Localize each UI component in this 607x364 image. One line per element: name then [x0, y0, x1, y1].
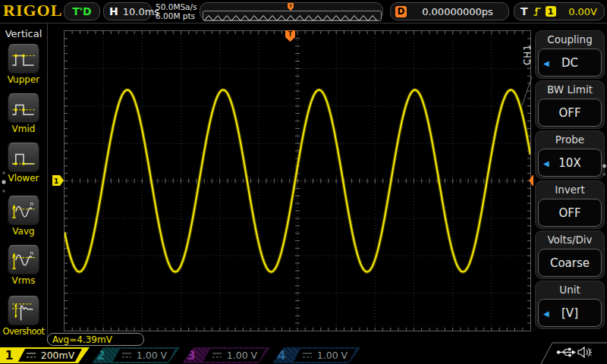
bw-limit-value-text: OFF: [558, 106, 580, 120]
vrms-icon: n: [11, 249, 36, 271]
channel1-indicator[interactable]: 1 200mV: [0, 347, 90, 363]
menu-item-invert[interactable]: Invert OFF: [535, 180, 605, 229]
channel4-indicator[interactable]: 4 1.00 V: [272, 347, 360, 363]
probe-value[interactable]: ◀ 10X: [538, 149, 602, 177]
vavg-icon: n: [11, 199, 36, 222]
dc-coupling-icon: [212, 352, 222, 359]
invert-value[interactable]: OFF: [538, 199, 602, 227]
sidebar-divider: [47, 24, 48, 342]
vupper-button[interactable]: [8, 44, 39, 74]
channel4-scale: 1.00 V: [317, 350, 348, 361]
menu-item-bw-limit[interactable]: BW Limit OFF: [535, 80, 605, 129]
unit-value-text: [V]: [561, 306, 578, 320]
measure-item-vlower[interactable]: Vlower: [0, 143, 47, 184]
svg-text:T: T: [288, 31, 293, 38]
trigger-label: T: [521, 5, 528, 17]
preview-trigger-marker-icon[interactable]: T: [287, 3, 294, 11]
trigger-level-value: 0.00V: [568, 6, 597, 17]
invert-label: Invert: [536, 181, 604, 198]
volts-div-label: Volts/Div: [536, 231, 604, 248]
measure-item-vrms[interactable]: n Vrms: [0, 245, 47, 286]
channel2-scale: 1.00 V: [137, 350, 167, 361]
ch1-position-marker-icon[interactable]: 1: [52, 175, 64, 186]
probe-value-text: 10X: [558, 156, 580, 170]
menu-item-unit[interactable]: Unit ◀ [V]: [535, 281, 605, 329]
overshoot-label: Overshoot: [0, 326, 47, 337]
coupling-value[interactable]: ◀ DC: [538, 49, 602, 77]
vmid-label: Vmid: [0, 124, 47, 134]
volts-div-value-text: Coarse: [550, 256, 590, 270]
delay-readout-box: D 0.00000000ps: [390, 2, 509, 20]
sample-rate: 50.0MSa/s: [156, 2, 197, 11]
overshoot-button[interactable]: [8, 296, 39, 325]
menu-item-probe[interactable]: Probe ◀ 10X: [535, 130, 605, 179]
memory-depth: 6.00M pts: [156, 11, 197, 20]
bw-limit-label: BW Limit: [536, 81, 604, 98]
delay-icon: D: [395, 6, 407, 17]
horizontal-label: H: [109, 5, 118, 17]
vlower-icon: [11, 146, 36, 169]
vrms-button[interactable]: n: [8, 245, 39, 275]
dc-coupling-icon: [302, 352, 313, 359]
measure-item-vupper[interactable]: Vupper: [0, 44, 47, 85]
channel3-scale-box: 1.00 V: [203, 349, 266, 362]
menu-item-coupling[interactable]: Coupling ◀ DC: [535, 30, 605, 79]
menu-page-dots: [602, 162, 607, 179]
beeper-icon: [577, 345, 592, 359]
channel4-scale-box: 1.00 V: [294, 349, 356, 362]
vlower-label: Vlower: [0, 173, 47, 184]
svg-text:T: T: [289, 4, 292, 8]
rigol-logo: RIGOL: [3, 1, 62, 20]
chevron-left-icon: ◀: [543, 58, 549, 67]
channel2-scale-box: 1.00 V: [113, 349, 175, 362]
trigger-status-badge: T'D: [64, 2, 100, 20]
avg-measurement-readout: Avg=4.39mV: [47, 333, 144, 346]
bw-limit-value[interactable]: OFF: [538, 99, 602, 127]
topbar-divider: [0, 23, 607, 24]
svg-text:n: n: [30, 249, 33, 256]
channel1-number: 1: [0, 347, 18, 363]
usb-icon: [556, 347, 576, 358]
acquisition-info: 50.0MSa/s 6.00M pts: [156, 2, 197, 20]
channel2-indicator[interactable]: 2 1.00 V: [92, 347, 180, 363]
delay-value: 0.00000000ps: [407, 6, 508, 17]
channel3-indicator[interactable]: 3 1.00 V: [182, 347, 270, 363]
rising-edge-icon: [533, 5, 542, 17]
coupling-value-text: DC: [561, 56, 578, 70]
oscilloscope-screen: RIGOL T'D H 10.0ms 50.0MSa/s 6.00M pts T…: [0, 0, 607, 364]
invert-value-text: OFF: [558, 206, 580, 220]
waveform-memory-preview[interactable]: T: [200, 2, 383, 20]
vmid-icon: [11, 97, 36, 120]
menu-item-volts-div[interactable]: Volts/Div Coarse: [535, 231, 605, 279]
avg-value: Avg=4.39mV: [52, 334, 112, 345]
channel1-scale: 200mV: [41, 350, 75, 361]
vrms-label: Vrms: [0, 275, 47, 286]
dc-coupling-icon: [121, 352, 132, 359]
menu-channel-title: CH1: [522, 44, 533, 65]
channel4-number: 4: [272, 347, 291, 363]
measure-item-vmid[interactable]: Vmid: [0, 93, 47, 134]
trigger-readout-box[interactable]: T 1 0.00V: [514, 2, 605, 20]
trigger-status-text: T'D: [72, 5, 91, 17]
measure-sidebar: Vertical Vupper Vmid: [0, 24, 47, 364]
unit-label: Unit: [536, 281, 604, 298]
measure-item-vavg[interactable]: n Vavg: [0, 196, 47, 237]
vavg-label: Vavg: [0, 226, 47, 237]
svg-text:n: n: [30, 200, 33, 207]
chevron-left-icon: ◀: [543, 309, 549, 317]
unit-value[interactable]: ◀ [V]: [538, 299, 602, 327]
coupling-label: Coupling: [536, 31, 604, 48]
overshoot-icon: [11, 300, 36, 322]
vavg-button[interactable]: n: [8, 196, 39, 225]
volts-div-value[interactable]: Coarse: [538, 249, 602, 277]
trigger-position-marker-icon[interactable]: T: [285, 30, 295, 42]
vmid-button[interactable]: [8, 93, 39, 123]
horizontal-timebase-box[interactable]: H 10.0ms: [103, 2, 152, 20]
vupper-label: Vupper: [0, 74, 47, 85]
measure-item-overshoot[interactable]: Overshoot: [0, 296, 47, 337]
memory-window: [203, 11, 382, 21]
channel2-number: 2: [92, 347, 110, 363]
waveform-display-area: [64, 30, 531, 331]
vlower-button[interactable]: [8, 143, 39, 172]
dc-coupling-icon: [26, 352, 36, 359]
